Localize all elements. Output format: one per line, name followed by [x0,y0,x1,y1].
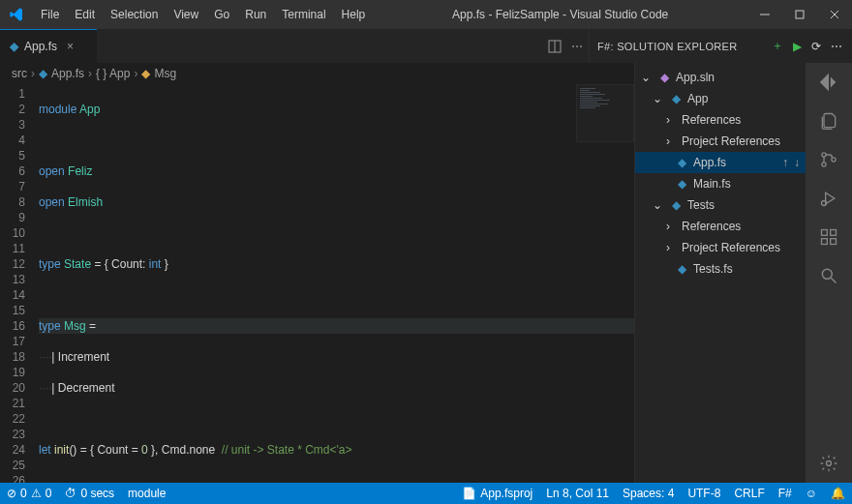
tab-app-fs[interactable]: ◆ App.fs × [0,29,97,63]
minimize-button[interactable] [747,0,782,29]
line-numbers: 1234567891011121314151617181920212223242… [0,84,39,483]
minimap[interactable] [576,84,634,142]
fsharp-icon: ◆ [674,177,689,191]
bc-src[interactable]: src [12,67,27,80]
titlebar: File Edit Selection View Go Run Terminal… [0,0,852,29]
tab-label: App.fs [24,40,57,53]
panel-title: F#: SOLUTION EXPLORER [597,41,737,52]
settings-icon[interactable] [806,444,852,483]
status-timer[interactable]: ⏱ 0 secs [58,483,121,504]
svg-point-8 [832,158,836,162]
svg-line-15 [832,279,837,283]
bc-module[interactable]: { } App [96,67,130,80]
tree-project-references[interactable]: ›Project References [635,131,806,152]
tree-solution[interactable]: ⌄◆App.sln [635,67,806,88]
svg-rect-13 [831,230,837,236]
svg-point-7 [822,163,826,166]
debug-icon[interactable] [806,179,852,218]
code-editor[interactable]: 1234567891011121314151617181920212223242… [0,84,634,483]
main: src› ◆ App.fs› { } App› ◆ Msg 1234567891… [0,63,852,483]
bc-file[interactable]: App.fs [51,67,84,80]
menu-view[interactable]: View [166,4,206,25]
move-up-icon[interactable]: ↑ [782,156,788,169]
tree-app-project[interactable]: ⌄◆App [635,88,806,109]
maximize-button[interactable] [782,0,817,29]
error-icon: ⊘ [7,487,16,500]
solution-explorer: ⌄◆App.sln ⌄◆App ›References ›Project Ref… [635,63,806,483]
tree-tests-project-references[interactable]: ›Project References [635,237,806,258]
project-icon: ◆ [668,198,684,212]
type-icon: ◆ [141,67,150,80]
svg-rect-1 [796,11,804,18]
files-icon[interactable] [806,102,852,140]
breadcrumb[interactable]: src› ◆ App.fs› { } App› ◆ Msg [0,63,634,84]
svg-point-16 [827,461,832,466]
search-icon[interactable] [806,256,852,295]
status-project[interactable]: 📄 App.fsproj [455,483,539,504]
status-feedback-icon[interactable]: ☺ [799,483,824,504]
warning-icon: ⚠ [31,487,42,500]
solution-explorer-header: F#: SOLUTION EXPLORER [590,29,762,63]
panel-more-icon[interactable]: ⋯ [831,40,842,53]
svg-point-14 [822,269,832,279]
tree-references[interactable]: ›References [635,109,806,131]
right-sidebar: ⌄◆App.sln ⌄◆App ›References ›Project Ref… [634,63,852,483]
fsharp-icon: ◆ [674,262,689,276]
fsharp-icon: ◆ [674,156,689,169]
menubar: File Edit Selection View Go Run Terminal… [33,4,373,25]
tree-tests-references[interactable]: ›References [635,216,806,237]
status-mode[interactable]: module [121,483,172,504]
activity-bar [806,63,852,483]
project-icon: ◆ [668,92,684,105]
fsharp-activity-icon[interactable] [806,63,852,102]
tree-tests-fs[interactable]: ◆Tests.fs [635,258,806,280]
bc-type[interactable]: Msg [154,67,176,80]
status-errors[interactable]: ⊘0 ⚠0 [0,483,58,504]
svg-rect-12 [831,239,837,245]
status-encoding[interactable]: UTF-8 [681,483,727,504]
extensions-icon[interactable] [806,218,852,256]
tree-main-fs[interactable]: ◆Main.fs [635,173,806,194]
status-eol[interactable]: CRLF [727,483,771,504]
run-icon[interactable]: ▶ [793,40,802,53]
editor: src› ◆ App.fs› { } App› ◆ Msg 1234567891… [0,63,634,483]
split-editor-icon[interactable] [548,40,562,53]
refresh-icon[interactable]: ⟳ [811,40,821,53]
tab-close-icon[interactable]: × [67,40,74,53]
add-icon[interactable]: ＋ [772,38,783,54]
status-bell-icon[interactable]: 🔔 [824,483,852,504]
status-cursor[interactable]: Ln 8, Col 11 [539,483,616,504]
move-down-icon[interactable]: ↓ [794,156,800,169]
solution-icon: ◆ [656,71,672,84]
menu-selection[interactable]: Selection [103,4,166,25]
statusbar: ⊘0 ⚠0 ⏱ 0 secs module 📄 App.fsproj Ln 8,… [0,483,852,504]
source-control-icon[interactable] [806,140,852,179]
fsharp-icon: ◆ [39,67,47,80]
tree-tests-project[interactable]: ⌄◆Tests [635,194,806,216]
close-button[interactable] [817,0,852,29]
svg-rect-10 [822,230,828,236]
window-controls [747,0,852,29]
more-icon[interactable]: ⋯ [571,40,583,53]
vscode-icon [0,7,33,22]
menu-terminal[interactable]: Terminal [274,4,333,25]
status-spaces[interactable]: Spaces: 4 [616,483,681,504]
window-title: App.fs - FelizSample - Visual Studio Cod… [373,8,747,21]
status-language[interactable]: F# [772,483,799,504]
menu-file[interactable]: File [33,4,67,25]
tabs-row: ◆ App.fs × ⋯ F#: SOLUTION EXPLORER ＋ ▶ ⟳… [0,29,852,63]
editor-actions: ⋯ [542,29,589,63]
menu-go[interactable]: Go [206,4,237,25]
menu-run[interactable]: Run [237,4,274,25]
svg-rect-11 [822,239,828,245]
menu-help[interactable]: Help [334,4,374,25]
svg-point-6 [822,153,826,157]
code-content[interactable]: module App open Feliz open Elmish type S… [39,84,634,483]
menu-edit[interactable]: Edit [67,4,103,25]
fsharp-icon: ◆ [10,40,18,53]
tree-app-fs[interactable]: ◆App.fs↑↓ [635,152,806,173]
